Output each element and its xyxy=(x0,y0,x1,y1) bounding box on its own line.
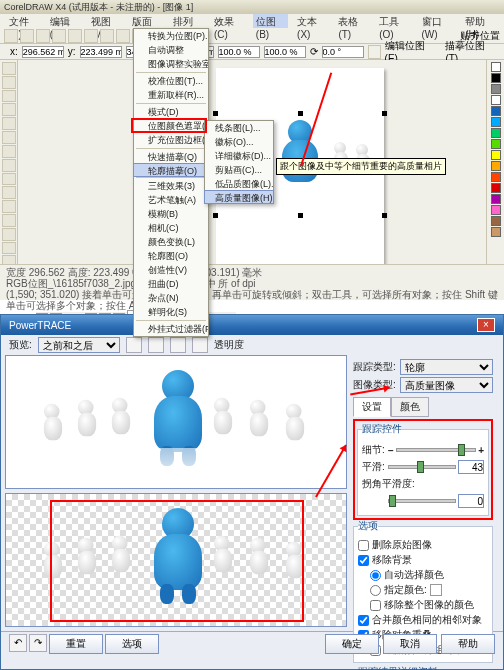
mi-inflate[interactable]: 扩充位图边框(F) xyxy=(134,133,208,147)
chk-rm-bg[interactable] xyxy=(358,555,369,566)
preview-after[interactable] xyxy=(5,493,347,627)
reset-button[interactable]: 重置 xyxy=(49,634,103,654)
undo-icon[interactable]: ↶ xyxy=(9,634,27,652)
print-icon[interactable] xyxy=(52,29,66,43)
menu-edit[interactable]: 编辑(E) xyxy=(47,14,82,28)
redo-icon[interactable]: ↷ xyxy=(29,634,47,652)
preview-before[interactable] xyxy=(5,355,347,489)
menu-window[interactable]: 窗口(W) xyxy=(419,14,457,28)
mi-sharpen[interactable]: 鲜明化(S) xyxy=(134,305,208,319)
trace-type-select[interactable]: 轮廓 xyxy=(400,359,493,375)
swatch[interactable] xyxy=(491,84,501,94)
cancel-button[interactable]: 取消 xyxy=(383,634,437,654)
plus-icon[interactable]: + xyxy=(478,445,484,456)
mi-camera[interactable]: 相机(C) xyxy=(134,221,208,235)
mi-lineart[interactable]: 线条图(L)... xyxy=(205,121,273,135)
mi-plugins[interactable]: 外挂式过滤器(P) xyxy=(134,322,208,336)
bitmap-menu-dropdown[interactable]: 转换为位图(P)... 自动调整 图像调整实验室(J)... 校准位图(T)..… xyxy=(133,28,209,337)
swatch[interactable] xyxy=(491,161,501,171)
pos-y-input[interactable] xyxy=(80,46,122,58)
swatch[interactable] xyxy=(491,128,501,138)
table-tool-icon[interactable] xyxy=(2,214,16,227)
mi-detailed[interactable]: 详细徽标(D)... xyxy=(205,149,273,163)
mi-blur[interactable]: 模糊(B) xyxy=(134,207,208,221)
mi-3d[interactable]: 三维效果(3) xyxy=(134,179,208,193)
mi-colortrans[interactable]: 颜色变换(L) xyxy=(134,235,208,249)
rotation-input[interactable] xyxy=(322,46,364,58)
rect-tool-icon[interactable] xyxy=(2,145,16,158)
fit-icon[interactable] xyxy=(192,337,208,353)
radio-specify[interactable] xyxy=(370,585,381,596)
swatch[interactable] xyxy=(491,139,501,149)
smooth-input[interactable] xyxy=(458,460,484,474)
mi-clipart[interactable]: 剪贴画(C)... xyxy=(205,163,273,177)
swatch[interactable] xyxy=(491,194,501,204)
swatch[interactable] xyxy=(491,95,501,105)
smooth-slider[interactable] xyxy=(388,465,456,469)
swatch[interactable] xyxy=(491,216,501,226)
tab-settings[interactable]: 设置 xyxy=(353,397,391,417)
pan-icon[interactable] xyxy=(170,337,186,353)
chk-del-orig[interactable] xyxy=(358,540,369,551)
outline-trace-submenu[interactable]: 线条图(L)... 徽标(O)... 详细徽标(D)... 剪贴画(C)... … xyxy=(204,120,274,204)
swatch-black[interactable] xyxy=(491,73,501,83)
mi-highq[interactable]: 高质量图像(H)... xyxy=(204,190,274,204)
chk-merge[interactable] xyxy=(358,615,369,626)
menu-arrange[interactable]: 排列(A) xyxy=(170,14,205,28)
paste-icon[interactable] xyxy=(100,29,114,43)
image-type-select[interactable]: 高质量图像 xyxy=(400,377,493,393)
menu-view[interactable]: 视图(V) xyxy=(88,14,123,28)
text-tool-icon[interactable] xyxy=(2,200,16,213)
mi-lab[interactable]: 图像调整实验室(J)... xyxy=(134,57,208,71)
menu-help[interactable]: 帮助(H) xyxy=(462,14,498,28)
zoom-out-icon[interactable] xyxy=(148,337,164,353)
open-icon[interactable] xyxy=(20,29,34,43)
eyedropper-icon[interactable] xyxy=(2,242,16,255)
cd-menubar[interactable]: 文件(F) 编辑(E) 视图(V) 版面(L) 排列(A) 效果(C) 位图(B… xyxy=(0,14,504,28)
swatch-picker[interactable] xyxy=(430,584,442,596)
mi-straighten[interactable]: 校准位图(T)... xyxy=(134,74,208,88)
detail-slider[interactable] xyxy=(396,448,476,452)
swatch[interactable] xyxy=(491,150,501,160)
corner-slider[interactable] xyxy=(388,499,456,503)
mi-mode[interactable]: 模式(D) xyxy=(134,105,208,119)
zoom-in-icon[interactable] xyxy=(126,337,142,353)
help-button[interactable]: 帮助 xyxy=(441,634,495,654)
ellipse-tool-icon[interactable] xyxy=(2,159,16,172)
mi-distort[interactable]: 扭曲(D) xyxy=(134,277,208,291)
preview-select[interactable]: 之前和之后 xyxy=(38,337,120,353)
scale-x-input[interactable] xyxy=(218,46,260,58)
swatch[interactable] xyxy=(491,172,501,182)
radio-auto[interactable] xyxy=(370,570,381,581)
pos-x-input[interactable] xyxy=(22,46,64,58)
freehand-tool-icon[interactable] xyxy=(2,117,16,130)
swatch[interactable] xyxy=(491,117,501,127)
new-icon[interactable] xyxy=(4,29,18,43)
swatch[interactable] xyxy=(491,183,501,193)
pick-tool-icon[interactable] xyxy=(2,62,16,75)
close-icon[interactable]: × xyxy=(477,318,495,332)
menu-effects[interactable]: 效果(C) xyxy=(211,14,247,28)
chk-rm-all[interactable] xyxy=(370,600,381,611)
cut-icon[interactable] xyxy=(68,29,82,43)
menu-table[interactable]: 表格(T) xyxy=(335,14,370,28)
menu-tools[interactable]: 工具(O) xyxy=(376,14,412,28)
menu-layout[interactable]: 版面(L) xyxy=(129,14,163,28)
save-icon[interactable] xyxy=(36,29,50,43)
interactive-tool-icon[interactable] xyxy=(2,228,16,241)
swatch-none-icon[interactable] xyxy=(491,62,501,72)
mi-resample[interactable]: 重新取样(R)... xyxy=(134,88,208,102)
mi-auto[interactable]: 自动调整 xyxy=(134,43,208,57)
swatch[interactable] xyxy=(491,205,501,215)
mi-quick[interactable]: 快速描摹(Q) xyxy=(134,150,208,164)
basic-shape-icon[interactable] xyxy=(2,186,16,199)
mi-convert[interactable]: 转换为位图(P)... xyxy=(134,29,208,43)
crop-tool-icon[interactable] xyxy=(2,90,16,103)
shape-tool-icon[interactable] xyxy=(2,76,16,89)
mi-outline-trace[interactable]: 轮廓描摹(O) xyxy=(133,163,209,177)
mi-contour[interactable]: 轮廓图(O) xyxy=(134,249,208,263)
mi-creative[interactable]: 创造性(V) xyxy=(134,263,208,277)
menu-text[interactable]: 文本(X) xyxy=(294,14,329,28)
mi-lowq[interactable]: 低品质图像(L)... xyxy=(205,177,273,191)
mi-noise[interactable]: 杂点(N) xyxy=(134,291,208,305)
